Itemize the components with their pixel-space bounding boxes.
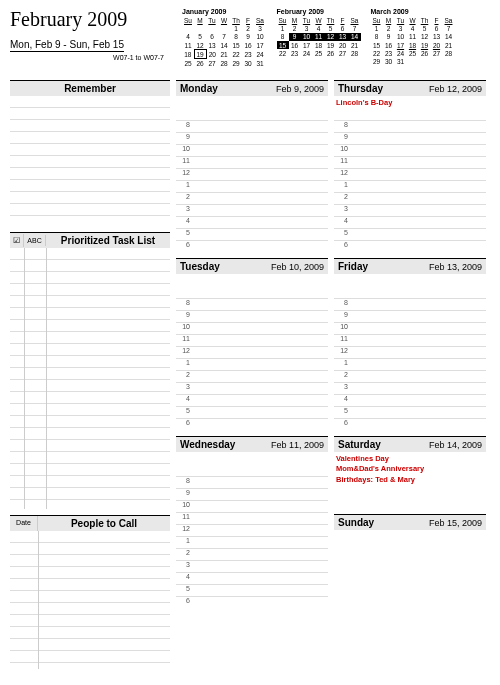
remember-header: Remember bbox=[10, 80, 170, 96]
page-title: February 2009 bbox=[10, 8, 182, 31]
day-date: Feb 12, 2009 bbox=[429, 84, 482, 94]
day-fri: FridayFeb 13, 200989101112123456 bbox=[334, 258, 486, 430]
week-range: Mon, Feb 9 - Sun, Feb 15 bbox=[10, 39, 124, 52]
day-sat: SaturdayFeb 14, 2009Valentines DayMom&Da… bbox=[334, 436, 486, 508]
day-events: Valentines DayMom&Dad's AnniversaryBirth… bbox=[334, 452, 486, 508]
day-name: Friday bbox=[338, 261, 368, 272]
people-date-label: Date bbox=[10, 516, 38, 531]
day-date: Feb 10, 2009 bbox=[271, 262, 324, 272]
priority-label: ABC bbox=[24, 235, 46, 246]
day-events bbox=[334, 274, 486, 298]
hour-grid[interactable]: 89101112123456 bbox=[176, 476, 328, 608]
day-events bbox=[176, 274, 328, 298]
day-name: Sunday bbox=[338, 517, 374, 528]
mini-calendars: January 2009SuMTuWThFSa12345678910111213… bbox=[182, 8, 455, 68]
day-date: Feb 15, 2009 bbox=[429, 518, 482, 528]
people-title: People to Call bbox=[38, 516, 170, 531]
day-tue: TuesdayFeb 10, 200989101112123456 bbox=[176, 258, 328, 430]
day-name: Thursday bbox=[338, 83, 383, 94]
checkbox-icon: ☑ bbox=[10, 234, 24, 247]
day-events bbox=[176, 96, 328, 120]
task-title: Prioritized Task List bbox=[46, 233, 170, 248]
hour-grid[interactable]: 89101112123456 bbox=[334, 298, 486, 430]
day-events bbox=[334, 530, 486, 590]
hour-grid[interactable]: 89101112123456 bbox=[176, 120, 328, 252]
day-date: Feb 14, 2009 bbox=[429, 440, 482, 450]
day-sun: SundayFeb 15, 2009 bbox=[334, 514, 486, 590]
day-thu: ThursdayFeb 12, 2009Lincoln's B-Day89101… bbox=[334, 80, 486, 252]
people-header: Date People to Call bbox=[10, 515, 170, 531]
day-name: Tuesday bbox=[180, 261, 220, 272]
day-date: Feb 11, 2009 bbox=[271, 440, 324, 450]
day-mon: MondayFeb 9, 200989101112123456 bbox=[176, 80, 328, 252]
task-area[interactable] bbox=[10, 248, 170, 509]
day-events bbox=[176, 452, 328, 476]
hour-grid[interactable]: 89101112123456 bbox=[334, 120, 486, 252]
people-area[interactable] bbox=[10, 531, 170, 669]
day-name: Saturday bbox=[338, 439, 381, 450]
day-name: Monday bbox=[180, 83, 218, 94]
day-events: Lincoln's B-Day bbox=[334, 96, 486, 120]
remember-area[interactable] bbox=[10, 96, 170, 226]
day-name: Wednesday bbox=[180, 439, 235, 450]
hour-grid[interactable]: 89101112123456 bbox=[176, 298, 328, 430]
task-header: ☑ ABC Prioritized Task List bbox=[10, 232, 170, 248]
day-date: Feb 9, 2009 bbox=[276, 84, 324, 94]
week-codes: W07-1 to W07-7 bbox=[10, 54, 182, 61]
day-wed: WednesdayFeb 11, 200989101112123456 bbox=[176, 436, 328, 608]
day-date: Feb 13, 2009 bbox=[429, 262, 482, 272]
